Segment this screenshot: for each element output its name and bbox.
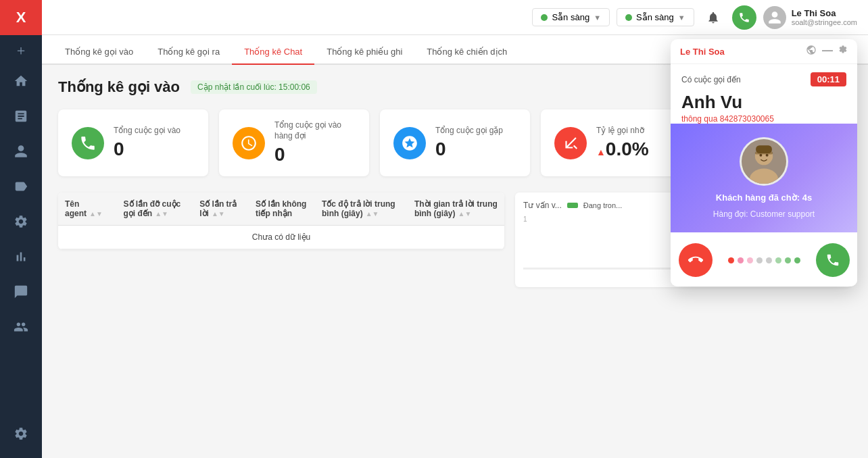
- legend-ongoing-label: Đang tron...: [583, 201, 622, 209]
- no-data-cell: Chưa có dữ liệu: [58, 226, 504, 249]
- caller-via-number: 842873030065: [720, 114, 774, 124]
- no-data-row: Chưa có dữ liệu: [58, 226, 504, 249]
- incoming-label: Có cuộc gọi đến: [681, 75, 741, 84]
- dot-1: [728, 257, 734, 263]
- col-agent: Tên agent▲▼: [58, 193, 117, 226]
- caller-avatar: [740, 137, 788, 186]
- sort-toc-do[interactable]: ▲▼: [366, 210, 379, 218]
- sidebar-item-tags[interactable]: [0, 170, 42, 205]
- sidebar-nav: [0, 65, 42, 417]
- sidebar-item-home[interactable]: [0, 65, 42, 100]
- tab-phieu-ghi[interactable]: Thống kê phiếu ghi: [314, 40, 414, 65]
- tab-goi-vao[interactable]: Thống kê gọi vào: [53, 40, 145, 65]
- sidebar-bottom: [0, 417, 42, 458]
- stat-value-1: 0: [114, 138, 180, 160]
- dot-3: [747, 257, 753, 263]
- sort-tra-loi[interactable]: ▲▼: [212, 210, 225, 218]
- accept-call-button[interactable]: [816, 243, 850, 277]
- sidebar-item-analytics[interactable]: [0, 240, 42, 276]
- caller-name: Anh Vu: [681, 92, 846, 113]
- home-icon: [14, 74, 28, 92]
- stat-value-4: ▲0.0%: [596, 138, 649, 160]
- dot-2: [738, 257, 744, 263]
- popup-title: Le Thi Soa: [680, 47, 725, 57]
- users-icon: [14, 144, 28, 162]
- popup-topbar: Le Thi Soa —: [671, 39, 857, 64]
- incoming-timer: 00:11: [811, 72, 846, 86]
- sidebar-item-reports[interactable]: [0, 100, 42, 135]
- incoming-phone-row: Có cuộc gọi đến 00:11: [681, 72, 846, 86]
- stat-label-4: Tỷ lệ gọi nhỡ: [596, 126, 649, 136]
- chart-y-label: 1: [523, 215, 527, 223]
- stat-hang-doi: Tổng cuộc gọi vào hàng đợi 0: [219, 109, 369, 176]
- username: Le Thi Soa: [792, 8, 857, 18]
- stat-icon-queue: [233, 127, 265, 159]
- stat-info-4: Tỷ lệ gọi nhỡ ▲0.0%: [596, 126, 649, 161]
- incoming-section: Có cuộc gọi đến 00:11 Anh Vu thông qua 8…: [671, 64, 857, 124]
- globe-icon[interactable]: [806, 45, 817, 58]
- user-menu[interactable]: Le Thi Soa soalt@stringee.com: [763, 6, 857, 29]
- team-icon: [14, 320, 28, 338]
- report-icon: [14, 109, 28, 127]
- bottom-settings-icon: [14, 426, 28, 444]
- status-dot-1: [541, 14, 548, 21]
- sort-thoi-gian[interactable]: ▲▼: [458, 210, 472, 218]
- caller-via-label: thông qua: [681, 114, 717, 124]
- svg-rect-6: [756, 145, 772, 153]
- col-toc-do: Tốc độ trả lời trung bình (giây)▲▼: [315, 193, 408, 226]
- sidebar-item-bottom-settings[interactable]: [0, 417, 42, 453]
- sidebar: X ＋: [0, 0, 42, 458]
- stat-label-1: Tổng cuộc gọi vào: [114, 126, 180, 136]
- agent-table: Tên agent▲▼ Số lần đỡ cuộc gọi đến▲▼ Số …: [58, 193, 504, 249]
- avatar-section: Khách hàng đã chờ: 4s Hàng đợi: Customer…: [671, 124, 857, 232]
- add-icon: ＋: [14, 41, 28, 59]
- settings-icon: [14, 214, 28, 232]
- dot-6: [775, 257, 781, 263]
- wait-label: Khách hàng đã chờ: 4s: [716, 193, 812, 203]
- tag-icon: [14, 179, 28, 197]
- col-do-cuoc: Số lần đỡ cuộc gọi đến▲▼: [117, 193, 193, 226]
- phone-button[interactable]: [732, 5, 756, 30]
- status-arrow-1: ▼: [594, 14, 601, 22]
- gear-popup-icon[interactable]: [838, 45, 848, 58]
- stat-icon-meet: [393, 127, 426, 159]
- caller-via: thông qua 842873030065: [681, 114, 846, 124]
- dot-7: [785, 257, 791, 263]
- dot-4: [756, 257, 763, 263]
- status-label-1: Sẵn sàng: [552, 12, 589, 22]
- status-label-2: Sẵn sàng: [636, 12, 674, 22]
- page-title: Thống kê gọi vào: [58, 78, 180, 96]
- stat-info-3: Tổng cuộc gọi gặp 0: [435, 126, 503, 161]
- last-updated: Cập nhật lần cuối lúc: 15:00:06: [191, 80, 317, 94]
- stat-info-2: Tổng cuộc gọi vào hàng đợi 0: [274, 120, 356, 166]
- sidebar-logo[interactable]: X: [0, 0, 42, 35]
- notification-button[interactable]: [701, 5, 725, 30]
- stat-goi-nho: Tỷ lệ gọi nhỡ ▲0.0%: [541, 109, 691, 176]
- dot-5: [766, 257, 772, 263]
- stat-tong-goi-vao: Tổng cuộc gọi vào 0: [58, 109, 208, 176]
- sidebar-item-team[interactable]: [0, 311, 42, 346]
- legend-ongoing-color: [567, 203, 578, 208]
- chat-icon: [14, 284, 28, 303]
- status-button-2[interactable]: Sẵn sàng ▼: [617, 8, 694, 26]
- col-tra-loi: Số lần trả lời▲▼: [193, 193, 249, 226]
- minimize-icon[interactable]: —: [822, 45, 833, 58]
- sidebar-add-button[interactable]: ＋: [0, 35, 42, 65]
- reject-call-button[interactable]: [679, 243, 713, 277]
- status-button-1[interactable]: Sẵn sàng ▼: [532, 8, 610, 26]
- sort-agent[interactable]: ▲▼: [89, 210, 103, 218]
- tab-chat[interactable]: Thống kê Chat: [232, 40, 314, 65]
- popup-topbar-icons: —: [806, 45, 848, 58]
- logo-icon: X: [16, 9, 26, 26]
- queue-label: Hàng đợi: Customer support: [713, 209, 815, 219]
- col-khong-tiep: Số lần không tiếp nhận: [249, 193, 315, 226]
- sort-do-cuoc[interactable]: ▲▼: [155, 210, 168, 218]
- sidebar-item-settings[interactable]: [0, 205, 42, 240]
- col-thoi-gian: Thời gian trả lời trung bình (giây)▲▼: [408, 193, 504, 226]
- stat-label-2: Tổng cuộc gọi vào hàng đợi: [274, 120, 356, 141]
- sidebar-item-users[interactable]: [0, 135, 42, 170]
- sidebar-item-chat[interactable]: [0, 276, 42, 311]
- call-controls: [671, 232, 857, 286]
- tab-goi-ra[interactable]: Thống kê gọi ra: [145, 40, 232, 65]
- tab-chien-dich[interactable]: Thống kê chiến dịch: [414, 40, 519, 65]
